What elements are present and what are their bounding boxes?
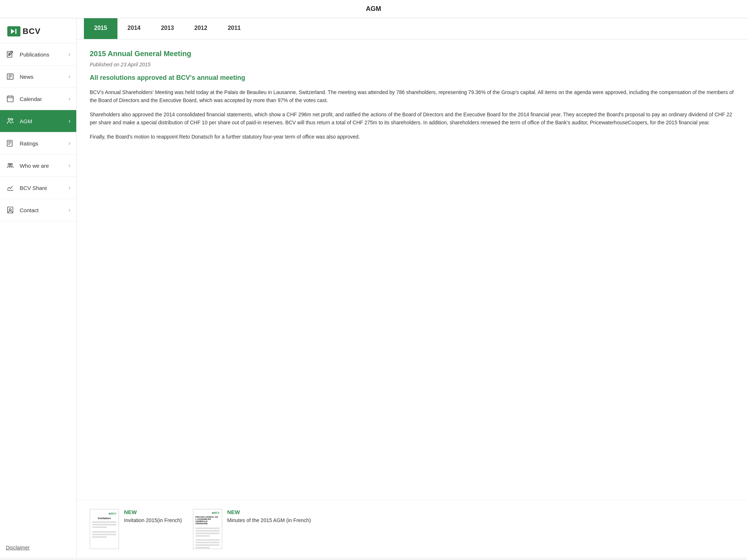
newspaper-icon bbox=[6, 72, 15, 81]
doc-thumb-line bbox=[92, 521, 116, 523]
sidebar-label-publications: Publications bbox=[20, 51, 69, 58]
document-card-1[interactable]: ◀ BCV Invitation NEW Invitat bbox=[90, 509, 182, 549]
doc-thumb-logo-2: ◀ BCV bbox=[196, 512, 220, 514]
sidebar-item-publications[interactable]: Publications › bbox=[0, 43, 76, 66]
chevron-news: › bbox=[69, 73, 70, 80]
doc-thumb-logo-1: ◀ BCV bbox=[92, 512, 116, 515]
sidebar-item-news[interactable]: News › bbox=[0, 66, 76, 88]
documents-section: ◀ BCV Invitation NEW Invitat bbox=[77, 500, 747, 558]
year-tabs: 2015 2014 2013 2012 2011 bbox=[77, 18, 747, 39]
sidebar-label-who-we-are: Who we are bbox=[20, 163, 69, 169]
disclaimer-link[interactable]: Disclaimer bbox=[6, 545, 30, 551]
doc-thumb-line bbox=[92, 524, 116, 525]
article-paragraph-1: BCV's Annual Shareholders' Meeting was h… bbox=[90, 88, 734, 105]
year-tab-2015[interactable]: 2015 bbox=[84, 18, 117, 39]
chevron-agm: › bbox=[69, 118, 70, 124]
sidebar-label-news: News bbox=[20, 74, 69, 80]
svg-point-23 bbox=[9, 164, 11, 166]
doc-badge-2: NEW bbox=[227, 509, 311, 515]
year-tab-2011[interactable]: 2011 bbox=[217, 18, 251, 39]
svg-rect-17 bbox=[7, 140, 12, 147]
contact-icon bbox=[6, 206, 15, 214]
logo-text: BCV bbox=[23, 27, 40, 36]
calendar-icon bbox=[6, 94, 15, 103]
sidebar-label-calendar: Calendar bbox=[20, 96, 69, 102]
sidebar-item-calendar[interactable]: Calendar › bbox=[0, 88, 76, 110]
doc-thumb-line bbox=[196, 547, 210, 548]
doc-thumb-line bbox=[92, 534, 116, 535]
chevron-ratings: › bbox=[69, 140, 70, 147]
sidebar-item-ratings[interactable]: Ratings › bbox=[0, 132, 76, 155]
sidebar-label-contact: Contact bbox=[20, 207, 69, 213]
doc-thumb-line bbox=[196, 533, 220, 534]
article-body: BCV's Annual Shareholders' Meeting was h… bbox=[90, 88, 734, 141]
doc-thumb-line bbox=[196, 539, 220, 541]
svg-rect-2 bbox=[15, 29, 16, 34]
doc-thumb-lines-2 bbox=[196, 528, 220, 549]
year-tab-2013[interactable]: 2013 bbox=[151, 18, 184, 39]
svg-point-15 bbox=[8, 118, 11, 121]
doc-thumb-line bbox=[196, 530, 220, 532]
group-icon bbox=[6, 161, 15, 170]
sidebar-nav: Publications › News › bbox=[0, 43, 76, 221]
document-card-2[interactable]: ◀ BCV PROCÈS-VERBAL DE L'ASSEMBLÉE GÉNÉR… bbox=[193, 509, 311, 549]
people-icon bbox=[6, 117, 15, 125]
top-bar: AGM bbox=[0, 0, 747, 18]
doc-info-1: NEW Invitation 2015(in French) bbox=[124, 509, 182, 524]
svg-point-16 bbox=[11, 118, 13, 120]
doc-thumb-title-2: PROCÈS-VERBAL DE L'ASSEMBLÉE GÉNÉRALE OR… bbox=[196, 516, 220, 525]
sidebar-item-who-we-are[interactable]: Who we are › bbox=[0, 155, 76, 177]
sidebar-label-bcv-share: BCV Share bbox=[20, 185, 69, 191]
doc-label-1: Invitation 2015(in French) bbox=[124, 517, 182, 524]
doc-label-2: Minutes of the 2015 AGM (in French) bbox=[227, 517, 311, 524]
doc-info-2: NEW Minutes of the 2015 AGM (in French) bbox=[227, 509, 311, 524]
sidebar-label-agm: AGM bbox=[20, 118, 69, 124]
article-paragraph-2: Shareholders also approved the 2014 cons… bbox=[90, 110, 734, 127]
article-date: Published on 23 April 2015 bbox=[90, 62, 734, 67]
svg-point-26 bbox=[9, 209, 11, 211]
article-title: 2015 Annual General Meeting bbox=[90, 50, 734, 58]
ratings-icon bbox=[6, 139, 15, 148]
doc-thumb-line bbox=[92, 526, 107, 528]
sidebar: BCV Publications › bbox=[0, 18, 77, 558]
chevron-bcv-share: › bbox=[69, 184, 70, 191]
doc-thumb-line bbox=[92, 536, 107, 538]
doc-thumb-line bbox=[196, 535, 210, 537]
chevron-calendar: › bbox=[69, 96, 70, 102]
doc-thumbnail-2: ◀ BCV PROCÈS-VERBAL DE L'ASSEMBLÉE GÉNÉR… bbox=[193, 509, 222, 549]
article-content: 2015 Annual General Meeting Published on… bbox=[77, 39, 747, 500]
sidebar-footer: Disclaimer bbox=[0, 537, 76, 558]
sidebar-item-contact[interactable]: Contact › bbox=[0, 199, 76, 221]
logo-area: BCV bbox=[0, 18, 76, 43]
doc-thumb-line bbox=[196, 528, 220, 529]
svg-rect-11 bbox=[7, 96, 13, 102]
sidebar-item-agm[interactable]: AGM › bbox=[0, 110, 76, 132]
main-content: 2015 2014 2013 2012 2011 2015 Annual Gen… bbox=[77, 18, 747, 558]
edit-icon bbox=[6, 50, 15, 59]
sidebar-label-ratings: Ratings bbox=[20, 140, 69, 147]
doc-thumbnail-1: ◀ BCV Invitation bbox=[90, 509, 119, 549]
doc-thumb-line bbox=[196, 542, 220, 543]
doc-thumb-title-1: Invitation bbox=[98, 517, 111, 520]
doc-thumb-line bbox=[92, 531, 116, 533]
chevron-who-we-are: › bbox=[69, 162, 70, 169]
bcv-logo-icon bbox=[7, 26, 20, 36]
article-paragraph-3: Finally, the Board's motion to reappoint… bbox=[90, 133, 734, 141]
chevron-contact: › bbox=[69, 207, 70, 213]
year-tab-2014[interactable]: 2014 bbox=[117, 18, 151, 39]
year-tab-2012[interactable]: 2012 bbox=[184, 18, 218, 39]
chevron-publications: › bbox=[69, 51, 70, 58]
article-subtitle: All resolutions approved at BCV's annual… bbox=[90, 74, 734, 82]
chart-icon bbox=[6, 183, 15, 192]
sidebar-item-bcv-share[interactable]: BCV Share › bbox=[0, 177, 76, 199]
doc-thumb-lines-1 bbox=[92, 521, 116, 539]
doc-badge-1: NEW bbox=[124, 509, 182, 515]
doc-thumb-line bbox=[196, 544, 220, 546]
page-title: AGM bbox=[366, 5, 381, 12]
